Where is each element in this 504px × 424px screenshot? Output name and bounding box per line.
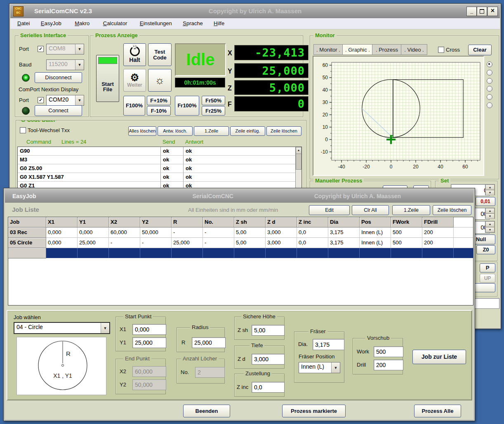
- edit-button[interactable]: Edit: [309, 205, 350, 215]
- connect-button[interactable]: Connect: [35, 105, 82, 116]
- table-row[interactable]: 03 Rec: [8, 227, 46, 238]
- port-combo[interactable]: COM8 ▼: [46, 44, 84, 54]
- antw-loeschen-button[interactable]: Antw. lösch.: [158, 126, 193, 136]
- job-liste-table[interactable]: Job X1 Y1 X2 Y2 R No. Z sh Z d Z inc Dia…: [8, 217, 473, 306]
- gcode-cell[interactable]: M3: [18, 156, 161, 164]
- spin-down-icon[interactable]: ▼: [485, 227, 495, 233]
- port-checkbox[interactable]: ✓: [38, 46, 44, 52]
- selected-row-header[interactable]: [8, 248, 46, 258]
- dro-f-label: F: [228, 101, 232, 108]
- weiter-button[interactable]: ⚙ Weiter: [123, 69, 146, 92]
- gcode-scrollbar[interactable]: ▲: [295, 147, 301, 189]
- zoom-radio-2[interactable]: [487, 70, 492, 76]
- y1-field[interactable]: 25,000: [132, 337, 166, 348]
- scroll-up-icon[interactable]: ▲: [296, 147, 301, 154]
- radius-field[interactable]: 25,000: [192, 337, 226, 348]
- zsh-field[interactable]: 5,00: [252, 325, 285, 336]
- f100-button[interactable]: F100%: [123, 96, 145, 116]
- port2-checkbox[interactable]: ✓: [38, 97, 44, 103]
- job-col-header[interactable]: Job: [8, 217, 46, 227]
- menu-datei[interactable]: Datei: [13, 18, 34, 28]
- test-code-button[interactable]: Test Code: [148, 43, 172, 66]
- work-field[interactable]: 500: [374, 346, 403, 357]
- work-label: Work: [357, 348, 369, 355]
- svg-text:60: 60: [462, 164, 468, 170]
- zoom-radio-1[interactable]: [487, 62, 492, 67]
- menu-calculator[interactable]: Calculator: [99, 18, 132, 28]
- selected-row[interactable]: [46, 248, 78, 258]
- zoom-radio-3[interactable]: [487, 78, 492, 84]
- maximize-button[interactable]: [477, 7, 487, 16]
- halt-button[interactable]: Halt: [123, 43, 146, 66]
- gcode-cell[interactable]: G0 X1.587 Y1.587: [18, 173, 161, 182]
- menu-hilfe[interactable]: Hilfe: [209, 18, 229, 28]
- zd-field[interactable]: 3,000: [252, 354, 285, 365]
- tab-monitor[interactable]: . Monitor .: [313, 44, 343, 55]
- zeile-loeschen-button[interactable]: Zeile löschen: [433, 205, 471, 215]
- baud-combo[interactable]: 115200 ▼: [46, 59, 84, 70]
- port2-combo[interactable]: COM20 ▼: [46, 95, 84, 106]
- spin-up-icon[interactable]: ▲: [485, 221, 495, 227]
- gcode-table[interactable]: G90okok M3okok G0 Z5.00okok G0 X1.587 Y1…: [17, 147, 302, 190]
- z0-button[interactable]: Z0: [476, 245, 495, 254]
- toolwechsel-checkbox[interactable]: [20, 127, 26, 133]
- y2-field[interactable]: 50,000: [132, 379, 166, 390]
- spin-up-icon[interactable]: ▲: [485, 208, 495, 213]
- f-plus10-button[interactable]: F+10%: [147, 96, 171, 105]
- spin-down-icon[interactable]: ▼: [485, 190, 495, 195]
- menu-easyjob[interactable]: EasyJob: [36, 18, 66, 28]
- spin-up-icon[interactable]: ▲: [485, 185, 495, 190]
- set-spin2-arrows[interactable]: ▲ ▼: [485, 208, 495, 219]
- prozess-alle-button[interactable]: Prozess Alle: [414, 405, 461, 417]
- svg-text:10: 10: [323, 124, 328, 130]
- zoom-radio-4[interactable]: [487, 86, 492, 92]
- spindle-button[interactable]: ☼: [148, 69, 172, 92]
- erste-zeile-button[interactable]: 1.Zeile: [392, 205, 430, 215]
- up-button[interactable]: UP: [480, 274, 495, 283]
- fr25-button[interactable]: Fr25%: [202, 106, 225, 116]
- start-file-button[interactable]: Start File: [96, 55, 119, 102]
- zeile-einfuegen-button[interactable]: Zeile einfüg.: [230, 126, 265, 136]
- p-button[interactable]: P: [480, 263, 495, 272]
- table-row[interactable]: 05 Circle: [8, 238, 46, 248]
- erste-zeile-button[interactable]: 1.Zeile: [194, 126, 229, 136]
- fr100-button[interactable]: Fr100%: [175, 96, 199, 116]
- zinc-field[interactable]: 0,0: [252, 382, 285, 393]
- spin-down-icon[interactable]: ▼: [485, 213, 495, 219]
- x2-field[interactable]: 60,000: [132, 366, 166, 377]
- tab-graphic[interactable]: . Graphic .: [342, 44, 373, 55]
- beenden-button[interactable]: Beenden: [183, 405, 230, 417]
- close-button[interactable]: ×: [488, 7, 498, 16]
- zeile-loeschen-button[interactable]: Zeile löschen: [266, 126, 301, 136]
- alles-loeschen-button[interactable]: Alles löschen: [128, 126, 156, 136]
- fraeser-position-combo[interactable]: Innen (L) ▼: [299, 362, 340, 373]
- gcode-cell[interactable]: G90: [18, 147, 161, 156]
- easyjob-title-copyright: Copyright by Ulrich A. Maassen: [314, 189, 401, 203]
- clr-all-button[interactable]: Clr All: [352, 205, 389, 215]
- dia-field[interactable]: 3,175: [313, 339, 344, 350]
- clear-button[interactable]: Clear: [468, 45, 492, 55]
- minimize-button[interactable]: _: [466, 7, 477, 16]
- menu-einstellungen[interactable]: Einstellungen: [135, 18, 177, 28]
- tab-prozess[interactable]: . Prozess: [372, 44, 402, 55]
- no-field[interactable]: 2: [195, 367, 225, 378]
- fr50-button[interactable]: Fr50%: [202, 96, 225, 105]
- disconnect-button[interactable]: Disconnect: [35, 72, 82, 83]
- set-spin3-arrows[interactable]: ▲ ▼: [485, 221, 495, 233]
- gcode-cell[interactable]: G0 Z5.00: [18, 164, 161, 173]
- zoom-radio-5[interactable]: [487, 94, 492, 100]
- x1-field[interactable]: 0,000: [132, 324, 166, 335]
- tab-video[interactable]: . Video .: [401, 44, 427, 55]
- set-spin1-arrows[interactable]: ▲ ▼: [485, 184, 495, 195]
- drill-field[interactable]: 200: [374, 360, 403, 370]
- scrollbar-thumb[interactable]: [296, 154, 301, 170]
- job-zur-liste-button[interactable]: Job zur Liste: [412, 350, 466, 364]
- cross-checkbox[interactable]: [438, 47, 444, 53]
- menu-sprache[interactable]: Sprache: [178, 18, 207, 28]
- prozess-markierte-button[interactable]: Prozess markierte: [282, 405, 346, 417]
- job-select-combo[interactable]: 04 - Circle ▼: [14, 322, 110, 334]
- increment-001-button[interactable]: 0,01: [476, 197, 495, 206]
- zoom-radio-6[interactable]: [487, 102, 492, 108]
- f-minus10-button[interactable]: F-10%: [147, 106, 171, 116]
- menu-makro[interactable]: Makro: [70, 18, 94, 28]
